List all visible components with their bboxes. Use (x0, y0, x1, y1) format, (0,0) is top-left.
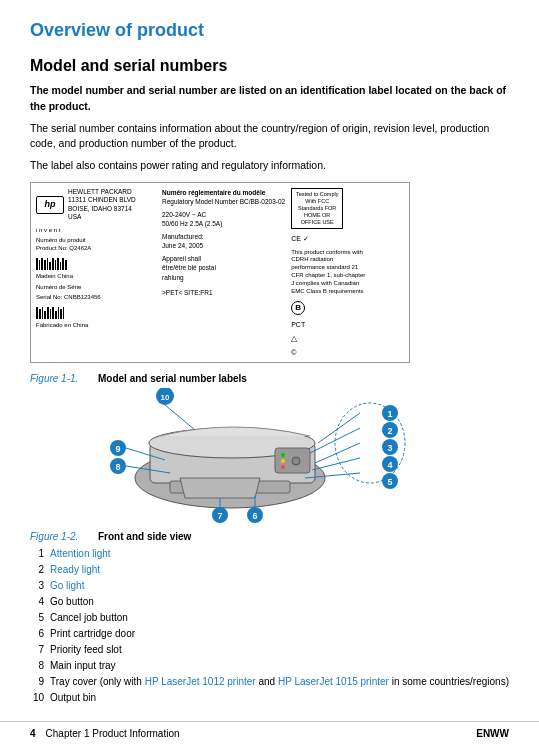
b-mark: B (291, 301, 305, 315)
list-item: 9 Tray cover (only with HP LaserJet 1012… (30, 674, 509, 690)
label-serial-label: Numéro de Série (36, 284, 156, 292)
label-product-num: Numéro du produit Product No: Q2462A (36, 237, 156, 253)
label-made-in: Madein China (36, 273, 156, 281)
svg-point-5 (281, 453, 285, 457)
svg-text:7: 7 (217, 511, 222, 521)
list-item: 1 Attention light (30, 546, 509, 562)
list-item: 2 Ready light (30, 562, 509, 578)
svg-point-8 (292, 457, 300, 465)
footer-page-number: 4 (30, 728, 36, 739)
figure-1-1-number: Figure 1-1. (30, 373, 90, 384)
figure-1-2-label: Figure 1-2. Front and side view (30, 531, 509, 542)
list-item: 3 Go light (30, 578, 509, 594)
figure-1-1-label: Figure 1-1. Model and serial number labe… (30, 373, 509, 384)
svg-text:3: 3 (387, 443, 392, 453)
c-mark: © (291, 348, 365, 357)
list-item: 6 Print cartridge door (30, 626, 509, 642)
paragraph-1: The model number and serial number are l… (30, 83, 509, 115)
printer-diagram-svg: 1 2 3 4 5 9 8 10 (100, 388, 440, 523)
product-compliance: This product conforms withCDRH radiation… (291, 249, 365, 296)
pct-mark: PCT (291, 320, 365, 329)
figure-1-2-number: Figure 1-2. (30, 531, 90, 542)
figure-list: 1 Attention light 2 Ready light 3 Go lig… (30, 546, 509, 706)
section-heading: Model and serial numbers (30, 57, 509, 75)
ce-mark: CE ✓ (291, 234, 365, 243)
list-item: 7 Priority feed slot (30, 642, 509, 658)
page-footer: 4 Chapter 1 Product Information ENWW (0, 721, 539, 745)
id-label-box: hp HEWLETT PACKARD 11311 CHINDEN BLVD BO… (30, 182, 410, 363)
recycling-mark: △ (291, 334, 365, 344)
svg-line-12 (312, 458, 360, 470)
svg-point-6 (281, 459, 285, 463)
list-item: 10 Output bin (30, 690, 509, 706)
svg-text:2: 2 (387, 426, 392, 436)
barcode-serial (36, 305, 156, 319)
svg-text:10: 10 (160, 393, 169, 402)
printer-diagram-area: 1 2 3 4 5 9 8 10 (30, 388, 509, 523)
label-invent: i n v e n t (36, 227, 156, 235)
svg-text:1: 1 (387, 409, 392, 419)
company-info: HEWLETT PACKARD 11311 CHINDEN BLVD BOISE… (68, 188, 136, 222)
list-item: 5 Cancel job button (30, 610, 509, 626)
hp-logo: hp (36, 196, 64, 214)
svg-text:5: 5 (387, 477, 392, 487)
figure-1-1-caption: Model and serial number labels (98, 373, 247, 384)
svg-text:6: 6 (252, 511, 257, 521)
list-item: 8 Main input tray (30, 658, 509, 674)
paragraph-2: The serial number contains information a… (30, 121, 509, 153)
label-serial-no: Serial No: CNBB123456 (36, 294, 156, 302)
svg-text:8: 8 (115, 462, 120, 472)
page-title: Overview of product (30, 20, 509, 41)
footer-enww: ENWW (476, 728, 509, 739)
label-middle-section: Numéro réglementaire du modèle Regulator… (162, 188, 285, 357)
svg-line-33 (165, 405, 195, 430)
list-item: 4 Go button (30, 594, 509, 610)
label-fabricado: Fabricado en China (36, 322, 156, 330)
barcode-product (36, 256, 156, 270)
label-right-section: Tested to Comply With FCC Standards FOR … (291, 188, 365, 357)
footer-chapter: Chapter 1 Product Information (46, 728, 180, 739)
page: Overview of product Model and serial num… (0, 0, 539, 745)
label-left-section: hp HEWLETT PACKARD 11311 CHINDEN BLVD BO… (36, 188, 156, 357)
svg-point-7 (281, 465, 285, 469)
figure-1-2-caption: Front and side view (98, 531, 191, 542)
footer-left: 4 Chapter 1 Product Information (30, 728, 180, 739)
fc-compliance-box: Tested to Comply With FCC Standards FOR … (291, 188, 343, 230)
svg-text:9: 9 (115, 444, 120, 454)
main-content: Overview of product Model and serial num… (0, 0, 539, 721)
svg-text:4: 4 (387, 460, 392, 470)
paragraph-3: The label also contains power rating and… (30, 158, 509, 174)
